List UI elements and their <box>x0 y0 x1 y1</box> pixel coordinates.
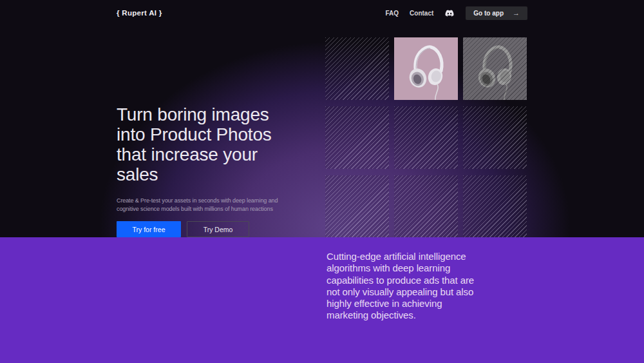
gallery-tile-headphones-gray <box>463 37 527 100</box>
feature-text: Cutting-edge artificial intelligence alg… <box>327 251 495 322</box>
gallery-tile-pattern <box>394 175 458 237</box>
try-for-free-button[interactable]: Try for free <box>117 221 181 237</box>
discord-icon[interactable] <box>444 9 455 17</box>
gallery-tile-pattern <box>394 106 458 169</box>
headphones-image <box>463 37 527 100</box>
main-nav: FAQ Contact Go to app → <box>386 6 527 20</box>
page: { Rupert AI } FAQ Contact Go to app → Tu… <box>0 0 644 363</box>
gallery-tile-pattern <box>325 106 389 169</box>
headphones-image <box>394 37 458 100</box>
gallery-tile-pattern <box>463 175 527 237</box>
nav-link-contact[interactable]: Contact <box>410 10 433 17</box>
feature-section: Cutting-edge artificial intelligence alg… <box>0 237 644 363</box>
nav-link-faq[interactable]: FAQ <box>386 10 399 17</box>
gallery-tile-pattern <box>325 175 389 237</box>
go-to-app-label: Go to app <box>473 10 504 17</box>
hero-heading: Turn boring images into Product Photos t… <box>117 104 333 184</box>
gallery-tile-pattern <box>325 37 389 100</box>
arrow-right-icon: → <box>513 9 520 17</box>
go-to-app-button[interactable]: Go to app → <box>466 6 527 20</box>
hero-section: { Rupert AI } FAQ Contact Go to app → Tu… <box>0 0 644 237</box>
image-gallery-grid <box>325 37 527 237</box>
hero-content: Turn boring images into Product Photos t… <box>117 19 527 237</box>
hero-cta-row: Try for free Try Demo <box>117 221 249 237</box>
hero-subheading: Create & Pre-test your assets in seconds… <box>117 197 310 213</box>
gallery-tile-pattern <box>463 106 527 169</box>
gallery-tile-headphones-pink <box>394 37 458 100</box>
brand-logo[interactable]: { Rupert AI } <box>117 9 162 17</box>
try-demo-button[interactable]: Try Demo <box>187 221 249 237</box>
header: { Rupert AI } FAQ Contact Go to app → <box>117 0 527 19</box>
